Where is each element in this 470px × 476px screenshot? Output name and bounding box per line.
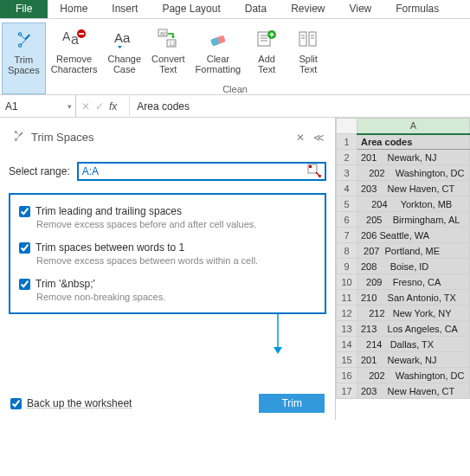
svg-text:A: A — [62, 29, 71, 43]
name-box[interactable]: A1 — [0, 95, 76, 117]
row-header[interactable]: 15 — [337, 352, 357, 368]
svg-rect-19 — [309, 32, 316, 46]
cell[interactable]: 202 Washington, DC — [357, 368, 470, 383]
tab-insert[interactable]: Insert — [100, 0, 150, 18]
close-icon[interactable]: ✕ — [296, 132, 305, 144]
svg-rect-25 — [309, 165, 312, 168]
cell[interactable]: 213 Los Angeles, CA — [357, 321, 470, 337]
tab-home[interactable]: Home — [48, 0, 100, 18]
convert-text-icon: ab12 — [154, 26, 182, 52]
opt-between-words-checkbox[interactable] — [19, 242, 30, 254]
fx-accept-icon[interactable]: ✓ — [95, 100, 104, 113]
row-header[interactable]: 7 — [337, 228, 357, 243]
row-header[interactable]: 16 — [337, 368, 357, 383]
row-header[interactable]: 3 — [337, 165, 357, 181]
cell[interactable]: 201 Newark, NJ — [357, 150, 470, 165]
svg-rect-3 — [79, 33, 84, 35]
ribbon-group-label: Clean — [2, 84, 468, 94]
row-header[interactable]: 8 — [337, 243, 357, 259]
fx-icon[interactable]: fx — [109, 100, 117, 113]
chevron-right-icon[interactable]: ≪ — [313, 132, 325, 144]
row-header[interactable]: 12 — [337, 306, 357, 321]
backup-label: Back up the worksheet — [27, 397, 132, 409]
fx-cancel-icon[interactable]: ✕ — [81, 100, 90, 113]
trim-spaces-pane: Trim Spaces ✕ ≪ Select range: Trim leadi… — [0, 118, 335, 420]
worksheet-grid[interactable]: A 1 Area codes 2201 Newark, NJ3 202 Wash… — [335, 118, 470, 420]
options-box: Trim leading and trailing spaces Remove … — [9, 193, 326, 314]
opt-leading-trailing-label: Trim leading and trailing spaces — [35, 205, 182, 217]
split-text-icon — [294, 26, 322, 52]
range-picker-icon[interactable] — [307, 164, 323, 179]
backup-checkbox[interactable] — [10, 398, 22, 409]
range-input[interactable] — [79, 165, 307, 177]
trim-button[interactable]: Trim — [259, 394, 325, 413]
svg-text:Aa: Aa — [114, 30, 131, 45]
cell[interactable]: 204 Yorkton, MB — [357, 196, 470, 212]
opt-leading-trailing-desc: Remove excess spaces before and after ce… — [36, 219, 316, 229]
ribbon-tabs: File Home Insert Page Layout Data Review… — [0, 0, 470, 19]
row-header[interactable]: 14 — [337, 337, 357, 352]
opt-leading-trailing-checkbox[interactable] — [19, 206, 30, 217]
cell[interactable]: 203 New Haven, CT — [357, 181, 470, 196]
cell[interactable]: 203 New Haven, CT — [357, 383, 470, 399]
opt-between-words-desc: Remove excess spaces between words withi… — [36, 255, 316, 266]
cell[interactable]: 208 Boise, ID — [357, 259, 470, 274]
row-header[interactable]: 13 — [337, 321, 357, 337]
scissors-icon — [10, 27, 37, 53]
row-header[interactable]: 9 — [337, 259, 357, 274]
cell[interactable]: 210 San Antonio, TX — [357, 290, 470, 306]
svg-rect-18 — [299, 32, 306, 46]
formula-bar-value[interactable]: Area codes — [129, 95, 470, 117]
tab-file[interactable]: File — [0, 0, 48, 18]
add-text-icon — [253, 26, 280, 52]
cell[interactable]: 214 Dallas, TX — [357, 337, 470, 352]
change-case-icon: Aa — [111, 26, 138, 52]
opt-nbsp-label: Trim '&nbsp;' — [35, 278, 95, 290]
tab-data[interactable]: Data — [233, 0, 279, 18]
row-header[interactable]: 10 — [337, 274, 357, 290]
scissors-icon — [10, 128, 26, 146]
svg-text:ab: ab — [160, 30, 167, 36]
cell[interactable]: 209 Fresno, CA — [357, 274, 470, 290]
row-header[interactable]: 4 — [337, 181, 357, 196]
pane-title: Trim Spaces — [31, 131, 93, 144]
formula-bar: A1 ✕ ✓ fx Area codes — [0, 95, 470, 118]
annotation-arrow — [9, 314, 326, 354]
tab-formulas[interactable]: Formulas — [383, 0, 451, 18]
cell[interactable]: 202 Washington, DC — [357, 165, 470, 181]
row-header[interactable]: 11 — [337, 290, 357, 306]
svg-text:12: 12 — [169, 41, 176, 47]
remove-chars-icon: Aa — [61, 26, 88, 52]
row-header[interactable]: 17 — [337, 383, 357, 399]
select-all-corner[interactable] — [337, 119, 357, 134]
row-header[interactable]: 1 — [337, 134, 357, 150]
opt-nbsp-checkbox[interactable] — [19, 279, 30, 290]
row-header[interactable]: 6 — [337, 212, 357, 228]
row-header[interactable]: 5 — [337, 196, 357, 212]
range-input-wrap — [77, 162, 326, 181]
select-range-label: Select range: — [9, 165, 70, 177]
tab-view[interactable]: View — [337, 0, 383, 18]
cell[interactable]: 207 Portland, ME — [357, 243, 470, 259]
cell[interactable]: 206 Seattle, WA — [357, 228, 470, 243]
cell[interactable]: 212 New York, NY — [357, 306, 470, 321]
opt-between-words-label: Trim spaces between words to 1 — [35, 241, 184, 254]
tab-page-layout[interactable]: Page Layout — [150, 0, 232, 18]
cell[interactable]: 201 Newark, NJ — [357, 352, 470, 368]
tab-review[interactable]: Review — [279, 0, 337, 18]
eraser-icon — [204, 26, 232, 52]
col-header-a[interactable]: A — [357, 119, 470, 134]
cell-a1[interactable]: Area codes — [357, 134, 470, 150]
ribbon-toolbar: Trim Spaces Aa Remove Characters Aa Chan… — [0, 19, 470, 95]
row-header[interactable]: 2 — [337, 150, 357, 165]
opt-nbsp-desc: Remove non-breaking spaces. — [36, 292, 316, 302]
cell[interactable]: 205 Birmingham, AL — [357, 212, 470, 228]
